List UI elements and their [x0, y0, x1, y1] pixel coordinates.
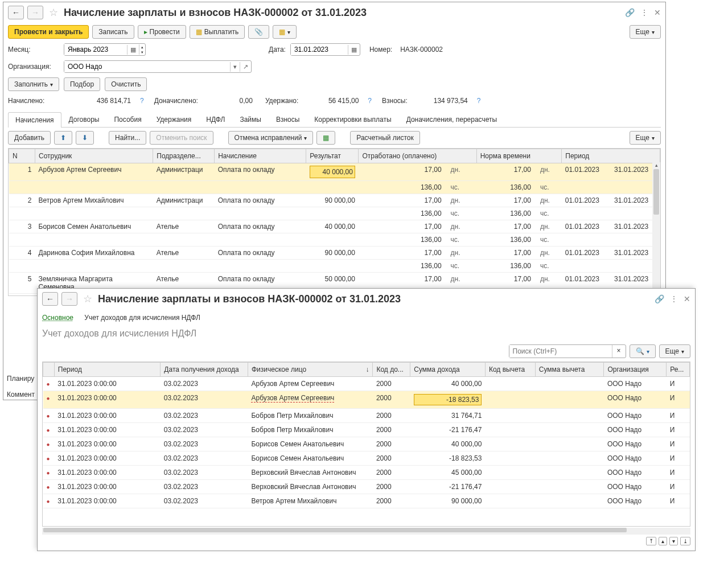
table-row[interactable]: ●31.01.2023 0:00:0003.02.2023 Верховский…: [43, 466, 690, 480]
layout-button[interactable]: ▦: [316, 131, 335, 145]
search-field[interactable]: [509, 345, 612, 358]
col-norm[interactable]: Норма времени: [476, 149, 562, 163]
month-field[interactable]: [64, 44, 127, 55]
col-n[interactable]: N: [9, 149, 35, 163]
col-result[interactable]: Результат: [306, 149, 359, 163]
goto-up-icon[interactable]: ▴: [659, 537, 667, 545]
more-button[interactable]: Еще: [659, 344, 690, 358]
fill-button[interactable]: Заполнить: [8, 77, 59, 91]
link-ndfl[interactable]: Учет доходов для исчисления НДФЛ: [84, 314, 200, 322]
col-ded-code[interactable]: Код вычета: [485, 363, 535, 377]
nav-back-button[interactable]: ←: [42, 292, 58, 306]
search-input[interactable]: ×: [509, 344, 626, 358]
search-options-button[interactable]: 🔍: [630, 344, 656, 358]
dropdown-icon[interactable]: ▾: [230, 62, 240, 72]
col-income-date[interactable]: Дата получения дохода: [161, 363, 248, 377]
save-button[interactable]: Записать: [92, 25, 134, 39]
table-row[interactable]: ●31.01.2023 0:00:0003.02.2023 Бобров Пет…: [43, 409, 690, 423]
table-row[interactable]: ●31.01.2023 0:00:0003.02.2023 Арбузов Ар…: [43, 391, 690, 409]
find-button[interactable]: Найти...: [109, 131, 146, 145]
tab-7[interactable]: Корректировки выплаты: [307, 112, 398, 127]
move-up-button[interactable]: ⬆: [54, 131, 72, 145]
col-period[interactable]: Период: [54, 363, 161, 377]
attach-button[interactable]: 📎: [248, 25, 269, 39]
col-org[interactable]: Организация: [604, 363, 667, 377]
tab-6[interactable]: Взносы: [269, 112, 307, 127]
table-row[interactable]: 3Борисов Семен АнатольевичАтельеОплата п…: [9, 220, 660, 233]
month-input[interactable]: ▦ ▴▾: [64, 43, 146, 56]
favorite-star-icon[interactable]: ☆: [83, 293, 92, 305]
table-row[interactable]: ●31.01.2023 0:00:0003.02.2023 Ветров Арт…: [43, 494, 690, 508]
table-row[interactable]: 136,00чс. 136,00чс.: [9, 207, 660, 220]
tab-4[interactable]: НДФЛ: [199, 112, 232, 127]
goto-first-icon[interactable]: ⤒: [646, 537, 656, 545]
table-row[interactable]: ●31.01.2023 0:00:0003.02.2023 Борисов Се…: [43, 451, 690, 466]
payslip-button[interactable]: Расчетный листок: [350, 131, 419, 145]
date-field[interactable]: [291, 44, 348, 55]
col-accrual[interactable]: Начисление: [215, 149, 306, 163]
col-person[interactable]: Физическое лицо ↓: [248, 363, 372, 377]
link-icon[interactable]: 🔗: [655, 294, 664, 303]
col-ded-amount[interactable]: Сумма вычета: [535, 363, 604, 377]
table-row[interactable]: ●31.01.2023 0:00:0003.02.2023 Арбузов Ар…: [43, 377, 690, 391]
org-input[interactable]: ▾ ↗: [64, 60, 252, 73]
table-row[interactable]: ●31.01.2023 0:00:0003.02.2023 Верховский…: [43, 480, 690, 494]
calendar-icon[interactable]: ▦: [127, 45, 139, 55]
favorite-star-icon[interactable]: ☆: [49, 6, 58, 19]
col-code[interactable]: Код до...: [373, 363, 410, 377]
tab-0[interactable]: Начисления: [8, 112, 61, 128]
open-icon[interactable]: ↗: [240, 62, 251, 72]
report-dropdown-button[interactable]: ▦: [273, 25, 297, 39]
help-icon[interactable]: ?: [140, 97, 144, 105]
kebab-menu-icon[interactable]: ⋮: [670, 294, 678, 303]
tab-5[interactable]: Займы: [232, 112, 269, 127]
nav-forward-button[interactable]: →: [61, 292, 77, 306]
vertical-scrollbar[interactable]: ▴: [652, 162, 660, 295]
help-icon[interactable]: ?: [477, 97, 481, 105]
calendar-icon[interactable]: ▦: [348, 45, 360, 55]
col-period[interactable]: Период: [562, 149, 660, 163]
nav-back-button[interactable]: ←: [8, 6, 24, 19]
date-input[interactable]: ▦: [290, 43, 360, 56]
tab-2[interactable]: Пособия: [106, 112, 149, 127]
clear-search-icon[interactable]: ×: [612, 345, 626, 358]
post-button[interactable]: ▸Провести: [138, 25, 186, 39]
nav-forward-button[interactable]: →: [27, 6, 43, 19]
close-icon[interactable]: ✕: [684, 294, 690, 303]
close-icon[interactable]: ✕: [654, 8, 661, 17]
table-row[interactable]: 4Даринова София МихайловнаАтельеОплата п…: [9, 247, 660, 260]
col-employee[interactable]: Сотрудник: [35, 149, 153, 163]
table-row[interactable]: 136,00чс. 136,00чс.: [9, 260, 660, 273]
move-down-button[interactable]: ⬇: [76, 131, 94, 145]
col-reg[interactable]: Ре...: [667, 363, 690, 377]
table-row[interactable]: ●31.01.2023 0:00:0003.02.2023 Бобров Пет…: [43, 423, 690, 437]
more-button[interactable]: Еще: [630, 131, 661, 145]
link-main[interactable]: Основное: [42, 314, 73, 322]
goto-last-icon[interactable]: ⤓: [680, 537, 690, 545]
pick-button[interactable]: Подбор: [64, 77, 100, 91]
horizontal-scrollbar[interactable]: [42, 528, 690, 535]
add-button[interactable]: Добавить: [8, 131, 51, 145]
clear-button[interactable]: Очистить: [105, 77, 147, 91]
col-amount[interactable]: Сумма дохода: [410, 363, 486, 377]
table-row[interactable]: 1Арбузов Артем СергеевичАдминистрациОпла…: [9, 163, 660, 181]
table-row[interactable]: ●31.01.2023 0:00:0003.02.2023 Борисов Се…: [43, 437, 690, 451]
table-row[interactable]: 136,00чс. 136,00чс.: [9, 233, 660, 247]
more-button[interactable]: Еще: [630, 25, 661, 39]
org-field[interactable]: [64, 61, 230, 72]
col-worked[interactable]: Отработано (оплачено): [359, 149, 476, 163]
month-spinner[interactable]: ▴▾: [139, 44, 145, 55]
help-icon[interactable]: ?: [368, 97, 372, 105]
link-icon[interactable]: 🔗: [625, 8, 635, 17]
post-and-close-button[interactable]: Провести и закрыть: [8, 25, 89, 39]
tab-3[interactable]: Удержания: [149, 112, 199, 127]
cancel-search-button[interactable]: Отменить поиск: [150, 131, 213, 145]
cancel-fix-button[interactable]: Отмена исправлений: [228, 131, 314, 145]
tab-8[interactable]: Доначисления, перерасчеты: [399, 112, 504, 127]
table-row[interactable]: 136,00чс. 136,00чс.: [9, 181, 660, 194]
pay-button[interactable]: ▦Выплатить: [190, 25, 245, 39]
col-dept[interactable]: Подразделе...: [153, 149, 215, 163]
table-row[interactable]: 2Ветров Артем МихайловичАдминистрациОпла…: [9, 194, 660, 207]
goto-down-icon[interactable]: ▾: [669, 537, 678, 545]
kebab-menu-icon[interactable]: ⋮: [640, 8, 648, 17]
